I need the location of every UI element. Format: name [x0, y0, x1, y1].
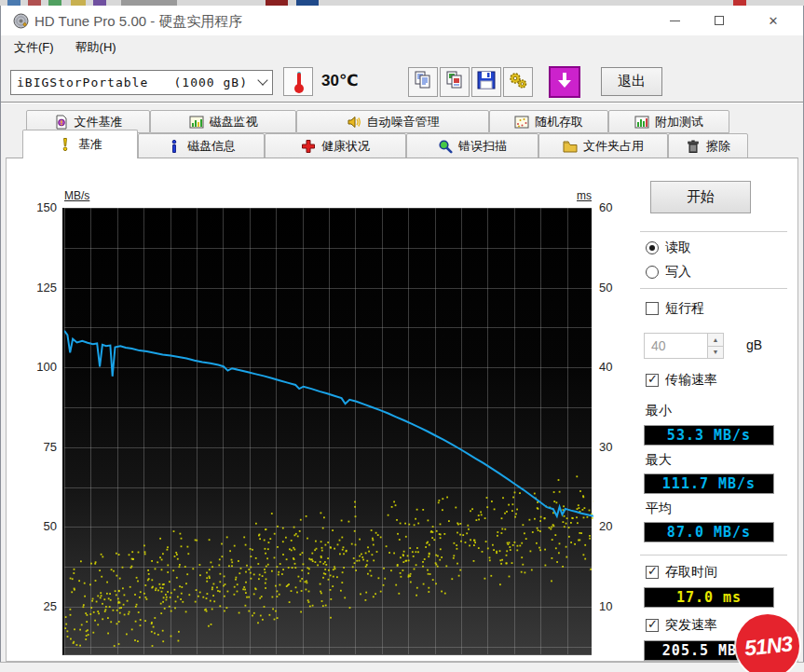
- access-time-dot: [293, 527, 295, 528]
- access-time-dot: [514, 492, 516, 494]
- access-time-dot: [207, 593, 209, 595]
- access-time-dot: [97, 596, 99, 597]
- tab-folder-usage[interactable]: 文件夹占用: [538, 133, 668, 158]
- access-time-dot: [552, 524, 554, 526]
- access-time-dot: [267, 564, 269, 566]
- tab-random-access[interactable]: 随机存取: [489, 110, 608, 133]
- access-time-dot: [175, 601, 177, 603]
- access-time-dot: [442, 509, 443, 511]
- access-time-dot: [552, 557, 553, 559]
- short-stroke-checkbox[interactable]: 短行程: [646, 300, 704, 317]
- file-benchmark-icon: [54, 115, 69, 130]
- access-time-dot: [523, 524, 525, 526]
- access-time-dot: [553, 501, 555, 502]
- access-time-dot: [86, 621, 88, 623]
- access-time-dot: [211, 566, 213, 568]
- spin-up-button[interactable]: ▲: [708, 334, 723, 347]
- access-time-dot: [252, 549, 253, 551]
- access-time-dot: [180, 533, 182, 535]
- close-button[interactable]: ✕: [752, 6, 795, 35]
- copy-text-button[interactable]: [408, 67, 438, 97]
- access-time-dot: [332, 585, 334, 587]
- access-time-dot: [459, 569, 461, 571]
- access-time-dot: [376, 551, 378, 553]
- access-time-dot: [159, 587, 161, 589]
- access-time-dot: [380, 537, 382, 539]
- access-time-dot: [437, 555, 439, 557]
- access-time-dot: [79, 629, 81, 631]
- menu-bar: 文件(F)帮助(H): [1, 35, 803, 59]
- access-time-dot: [302, 552, 304, 554]
- max-label: 最大: [646, 452, 672, 469]
- access-time-dot: [143, 593, 145, 595]
- tab-aam[interactable]: 自动噪音管理: [296, 110, 489, 133]
- start-button[interactable]: 开始: [650, 181, 751, 213]
- tab-benchmark[interactable]: 基准: [22, 130, 138, 158]
- update-download-button[interactable]: [549, 66, 580, 98]
- access-time-dot: [170, 636, 172, 638]
- access-time-dot: [305, 581, 307, 583]
- access-time-dot: [578, 540, 579, 542]
- access-time-dot: [166, 599, 168, 601]
- read-radio[interactable]: 读取: [646, 240, 691, 256]
- exit-button[interactable]: 退出: [601, 67, 662, 96]
- minimize-button[interactable]: [653, 6, 696, 35]
- menu-item-file[interactable]: 文件(F): [6, 36, 62, 59]
- burst-rate-checkbox[interactable]: 突发速率: [646, 617, 717, 634]
- access-time-dot: [282, 569, 284, 570]
- tab-disk-info[interactable]: 磁盘信息: [138, 133, 265, 158]
- capacity-spinner[interactable]: 40 ▲▼: [644, 333, 724, 359]
- access-time-dot: [80, 560, 82, 562]
- access-time-dot: [545, 565, 547, 567]
- access-time-dot: [534, 518, 536, 520]
- options-button[interactable]: [503, 67, 533, 97]
- access-time-dot: [187, 546, 189, 548]
- access-time-dot: [455, 507, 457, 509]
- access-time-dot: [240, 568, 242, 569]
- spin-down-button[interactable]: ▼: [708, 347, 723, 359]
- access-time-dot: [307, 572, 309, 574]
- copy-image-button[interactable]: [440, 67, 470, 97]
- access-time-dot: [250, 567, 252, 569]
- access-time-dot: [264, 569, 266, 570]
- tab-error-scan[interactable]: 错误扫描: [406, 133, 538, 158]
- access-time-dot: [219, 591, 221, 593]
- access-time-dot: [362, 559, 364, 561]
- access-time-dot: [111, 569, 113, 570]
- access-time-dot: [521, 542, 523, 544]
- access-time-dot: [100, 592, 102, 594]
- menu-item-help[interactable]: 帮助(H): [67, 36, 125, 59]
- access-time-dot: [165, 594, 167, 596]
- access-time-dot: [222, 555, 224, 557]
- transfer-rate-checkbox[interactable]: 传输速率: [646, 372, 717, 389]
- access-time-dot: [428, 587, 429, 589]
- access-time-dot: [506, 563, 508, 565]
- drive-selector-dropdown[interactable]: iBIGStorPortable (1000 gB): [10, 70, 273, 95]
- access-time-dot: [578, 504, 579, 506]
- access-time-dot: [159, 556, 161, 558]
- maximize-button[interactable]: [698, 6, 741, 35]
- access-time-dot: [307, 568, 308, 569]
- access-time-dot: [474, 542, 476, 543]
- write-radio[interactable]: 写入: [646, 264, 691, 281]
- tab-label: 文件夹占用: [583, 138, 644, 155]
- access-time-dot: [446, 497, 448, 499]
- tab-extra-tests[interactable]: 附加测试: [608, 110, 729, 133]
- access-time-dot: [402, 569, 404, 571]
- save-button[interactable]: [471, 67, 501, 97]
- tab-erase[interactable]: 擦除: [668, 133, 748, 158]
- access-time-dot: [320, 513, 322, 514]
- access-time-dot: [353, 557, 355, 559]
- temperature-button[interactable]: [283, 67, 313, 96]
- tab-health[interactable]: 健康状况: [265, 133, 406, 158]
- access-time-dot: [236, 577, 238, 579]
- tab-disk-monitor[interactable]: 磁盘监视: [150, 110, 296, 133]
- access-time-dot: [390, 569, 392, 571]
- access-time-dot: [119, 608, 121, 610]
- access-time-checkbox[interactable]: 存取时间: [646, 564, 717, 581]
- access-time-dot: [234, 586, 236, 588]
- random-access-icon: [514, 115, 529, 130]
- access-time-dot: [265, 587, 266, 589]
- access-time-dot: [504, 513, 506, 514]
- access-time-dot: [428, 555, 429, 557]
